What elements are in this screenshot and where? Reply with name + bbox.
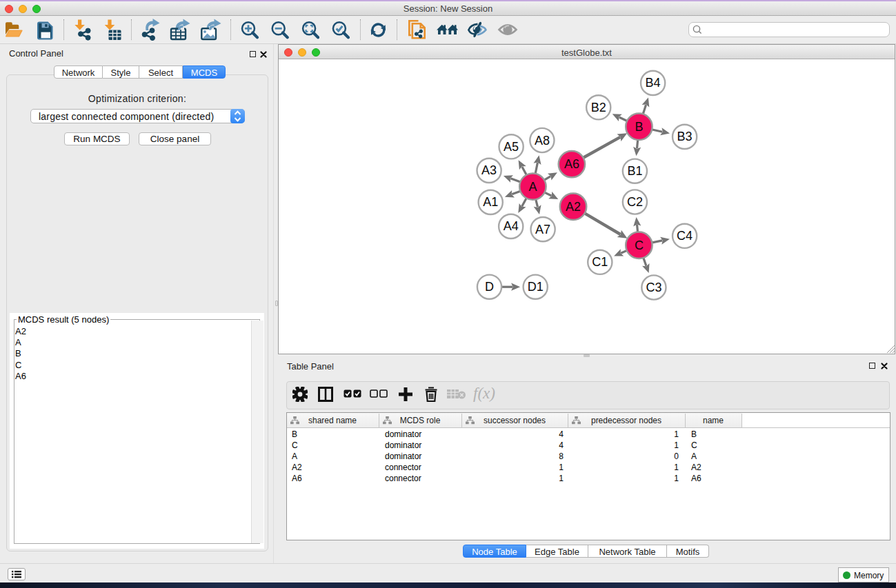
svg-text:B4: B4 — [646, 76, 661, 90]
svg-text:C1: C1 — [592, 255, 608, 269]
svg-text:A8: A8 — [535, 134, 550, 148]
svg-text:A2: A2 — [566, 200, 581, 214]
svg-text:B: B — [635, 120, 643, 134]
svg-text:B3: B3 — [677, 130, 693, 143]
svg-text:A3: A3 — [481, 163, 497, 177]
svg-text:A5: A5 — [504, 140, 519, 154]
svg-text:D1: D1 — [528, 280, 544, 294]
svg-text:B2: B2 — [591, 101, 606, 114]
svg-text:A6: A6 — [564, 157, 579, 171]
svg-text:B1: B1 — [627, 164, 642, 178]
svg-text:A1: A1 — [483, 195, 498, 209]
svg-text:C4: C4 — [677, 229, 693, 243]
svg-text:C3: C3 — [646, 281, 661, 294]
svg-text:C: C — [635, 239, 644, 252]
svg-text:A4: A4 — [504, 219, 519, 233]
svg-text:A7: A7 — [535, 223, 550, 236]
svg-text:C2: C2 — [627, 195, 643, 209]
svg-text:D: D — [485, 280, 494, 294]
svg-text:A: A — [528, 180, 537, 194]
